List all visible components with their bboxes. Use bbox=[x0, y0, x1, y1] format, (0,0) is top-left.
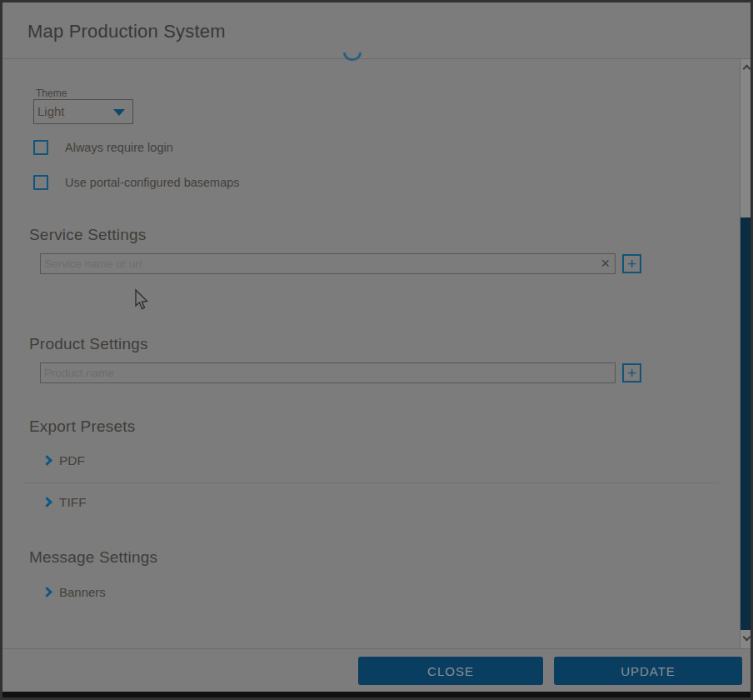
map-production-system-dialog: Map Production System Theme Light Always… bbox=[0, 0, 753, 700]
update-button[interactable]: UPDATE bbox=[554, 657, 742, 685]
always-require-login-checkbox[interactable] bbox=[33, 140, 48, 155]
add-product-button[interactable]: + bbox=[622, 363, 641, 382]
banners-label: Banners bbox=[59, 585, 106, 599]
message-settings-heading: Message Settings bbox=[29, 548, 157, 567]
close-button[interactable]: CLOSE bbox=[358, 657, 543, 685]
header-divider bbox=[2, 58, 751, 59]
page-title: Map Production System bbox=[27, 21, 226, 42]
service-settings-heading: Service Settings bbox=[29, 226, 147, 244]
preset-label: TIFF bbox=[59, 495, 87, 510]
scroll-down-arrow[interactable] bbox=[741, 632, 753, 647]
scroll-up-arrow[interactable] bbox=[741, 61, 753, 76]
window-bottom-edge bbox=[2, 692, 751, 698]
chevron-right-icon bbox=[42, 587, 52, 598]
theme-label: Theme bbox=[36, 88, 67, 99]
product-input-wrap bbox=[40, 362, 616, 383]
portal-basemaps-checkbox[interactable] bbox=[33, 175, 48, 190]
footer-divider bbox=[2, 648, 751, 649]
product-settings-heading: Product Settings bbox=[29, 335, 148, 353]
chevron-right-icon bbox=[42, 455, 52, 466]
theme-select-value: Light bbox=[37, 104, 65, 118]
scrollbar-track[interactable] bbox=[740, 59, 753, 648]
clear-icon[interactable]: × bbox=[601, 254, 610, 273]
chevron-up-icon bbox=[743, 65, 751, 73]
product-name-input[interactable] bbox=[40, 362, 616, 383]
theme-select[interactable]: Light bbox=[33, 99, 133, 124]
scrollbar-thumb[interactable] bbox=[741, 218, 753, 630]
plus-icon: + bbox=[627, 364, 636, 382]
service-name-input[interactable] bbox=[40, 253, 616, 274]
add-service-button[interactable]: + bbox=[622, 254, 641, 273]
divider bbox=[23, 482, 719, 483]
chevron-down-icon bbox=[113, 109, 125, 116]
export-presets-heading: Export Presets bbox=[29, 418, 135, 436]
partially-scrolled-element bbox=[343, 52, 362, 61]
chevron-right-icon bbox=[42, 497, 52, 508]
titlebar: Map Production System bbox=[2, 2, 751, 58]
checkbox-label: Always require login bbox=[65, 141, 173, 154]
chevron-down-icon bbox=[743, 633, 751, 642]
checkbox-label: Use portal-configured basemaps bbox=[65, 176, 240, 189]
preset-label: PDF bbox=[59, 453, 85, 468]
plus-icon: + bbox=[627, 255, 636, 272]
mouse-cursor bbox=[133, 288, 150, 312]
service-input-wrap: × bbox=[40, 253, 616, 274]
